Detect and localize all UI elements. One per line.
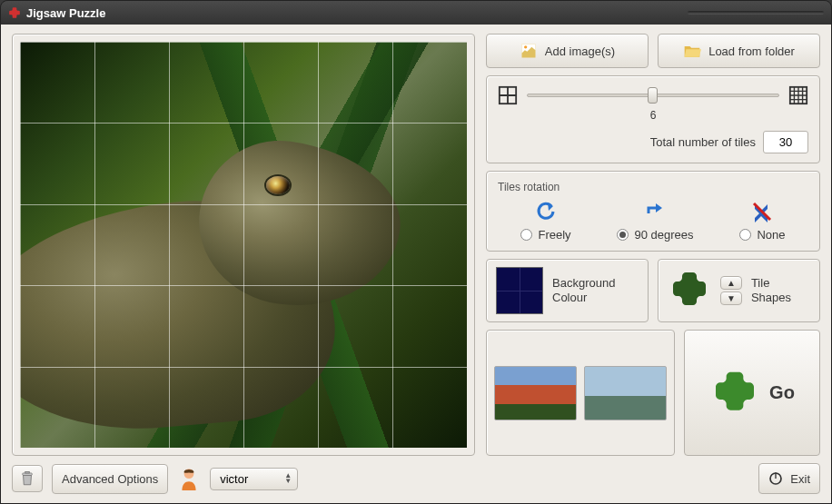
slider-thumb[interactable] (648, 87, 658, 104)
combo-arrows-icon: ▲▼ (284, 473, 292, 484)
svg-rect-7 (776, 472, 777, 479)
folder-open-icon (683, 42, 701, 60)
grid-small-icon (498, 85, 518, 105)
add-image-icon (520, 42, 538, 60)
background-colour-swatch (496, 267, 543, 314)
svg-rect-4 (25, 472, 30, 474)
window-title: Jigsaw Puzzle (26, 6, 105, 20)
tiles-rotation-title: Tiles rotation (498, 181, 808, 193)
load-from-folder-button[interactable]: Load from folder (658, 34, 820, 68)
svg-point-0 (524, 45, 527, 48)
tiles-rotation-group: Tiles rotation Freely 90 degrees None (486, 171, 820, 252)
go-button[interactable]: Go (684, 330, 820, 456)
advanced-options-button[interactable]: Advanced Options (52, 464, 168, 494)
total-tiles-input[interactable] (763, 131, 808, 153)
rotation-freely-radio[interactable]: Freely (520, 228, 570, 242)
puzzle-preview-image[interactable] (20, 42, 467, 448)
total-tiles-label: Total number of tiles (650, 135, 756, 149)
user-select[interactable]: victor ▲▼ (210, 468, 298, 490)
tile-shape-down-button[interactable]: ▼ (720, 292, 742, 305)
footer-bar: Advanced Options victor ▲▼ Exit (12, 463, 820, 494)
go-puzzle-icon (709, 368, 760, 419)
titlebar[interactable]: Jigsaw Puzzle (1, 1, 831, 25)
thumbnail-2[interactable] (584, 366, 667, 420)
trash-icon (19, 469, 35, 488)
user-select-value: victor (220, 472, 248, 486)
rotate-none-icon (751, 201, 773, 222)
window-controls-placeholder[interactable] (688, 11, 824, 15)
image-thumbnails-strip (486, 330, 675, 456)
rotation-90-radio[interactable]: 90 degrees (617, 228, 693, 242)
rotate-90-icon (645, 201, 667, 222)
columns-slider[interactable] (527, 87, 779, 104)
tile-shapes-control: ▲ ▼ TileShapes (658, 259, 820, 322)
puzzle-piece-icon (668, 269, 711, 312)
trash-button[interactable] (12, 465, 43, 492)
add-images-button[interactable]: Add image(s) (486, 34, 649, 68)
columns-value: 6 (498, 109, 808, 122)
thumbnail-1[interactable] (494, 366, 577, 420)
exit-button[interactable]: Exit (758, 463, 820, 494)
rotation-none-radio[interactable]: None (739, 228, 785, 242)
app-icon (8, 6, 21, 19)
background-colour-button[interactable]: BackgroundColour (486, 259, 649, 322)
grid-large-icon (788, 85, 808, 105)
user-avatar-icon (177, 467, 201, 490)
tile-shape-up-button[interactable]: ▲ (720, 276, 742, 290)
power-icon (768, 471, 783, 486)
preview-panel (12, 34, 475, 456)
tile-count-group: 6 Total number of tiles (486, 75, 820, 163)
rotate-free-icon (535, 201, 557, 222)
